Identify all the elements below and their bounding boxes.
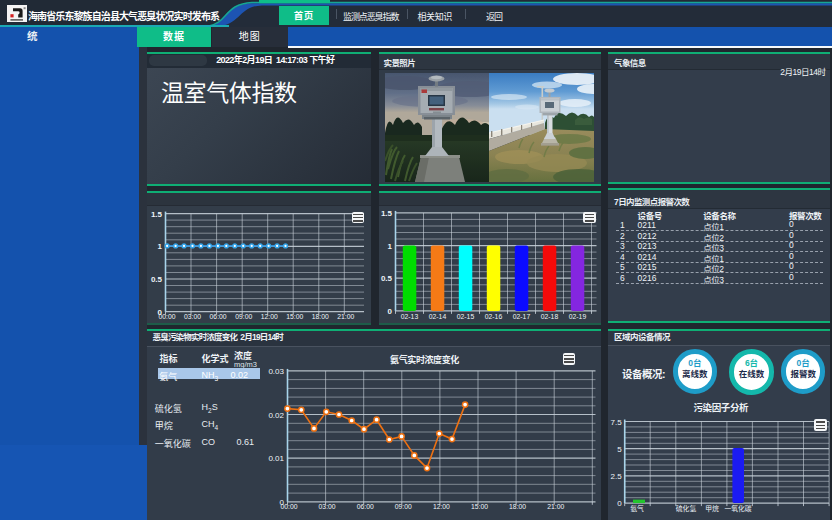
svg-text:0: 0: [617, 499, 622, 508]
svg-text:1.5: 1.5: [150, 209, 162, 218]
svg-text:0.02: 0.02: [268, 410, 284, 419]
svg-text:09:00: 09:00: [235, 313, 252, 320]
svg-text:7.5: 7.5: [611, 417, 623, 426]
svg-text:06:00: 06:00: [209, 313, 226, 320]
svg-text:12:00: 12:00: [260, 313, 277, 320]
svg-text:06:00: 06:00: [356, 503, 373, 510]
svg-text:0: 0: [387, 307, 392, 316]
svg-text:02-15: 02-15: [456, 312, 474, 319]
svg-text:15:00: 15:00: [286, 313, 303, 320]
svg-text:09:00: 09:00: [394, 503, 411, 510]
svg-text:2.5: 2.5: [611, 472, 623, 481]
svg-text:甲烷: 甲烷: [705, 503, 719, 512]
svg-text:00:00: 00:00: [158, 313, 175, 320]
svg-text:02-19: 02-19: [568, 312, 586, 319]
svg-text:02-14: 02-14: [428, 312, 446, 319]
svg-text:一氧化碳: 一氧化碳: [724, 503, 751, 512]
svg-text:氨气: 氨气: [630, 503, 644, 512]
svg-text:1.5: 1.5: [380, 209, 392, 218]
svg-text:21:00: 21:00: [547, 503, 564, 510]
svg-text:5: 5: [617, 444, 622, 453]
svg-text:02-13: 02-13: [400, 312, 418, 319]
svg-text:02-18: 02-18: [540, 312, 558, 319]
svg-text:1: 1: [387, 241, 392, 250]
svg-text:02-17: 02-17: [512, 312, 530, 319]
svg-text:03:00: 03:00: [318, 503, 335, 510]
svg-text:18:00: 18:00: [509, 503, 526, 510]
svg-text:21:00: 21:00: [337, 313, 354, 320]
svg-text:02-16: 02-16: [484, 312, 502, 319]
svg-text:18:00: 18:00: [311, 313, 328, 320]
svg-text:1: 1: [157, 242, 162, 251]
svg-text:0.03: 0.03: [268, 367, 284, 376]
svg-text:15:00: 15:00: [470, 503, 487, 510]
svg-text:00:00: 00:00: [280, 503, 297, 510]
svg-text:03:00: 03:00: [183, 313, 200, 320]
svg-text:12:00: 12:00: [432, 503, 449, 510]
svg-text:0.5: 0.5: [380, 274, 392, 283]
svg-text:硫化氢: 硫化氢: [676, 503, 697, 512]
svg-text:0.01: 0.01: [268, 454, 284, 463]
svg-text:0.5: 0.5: [150, 275, 162, 284]
